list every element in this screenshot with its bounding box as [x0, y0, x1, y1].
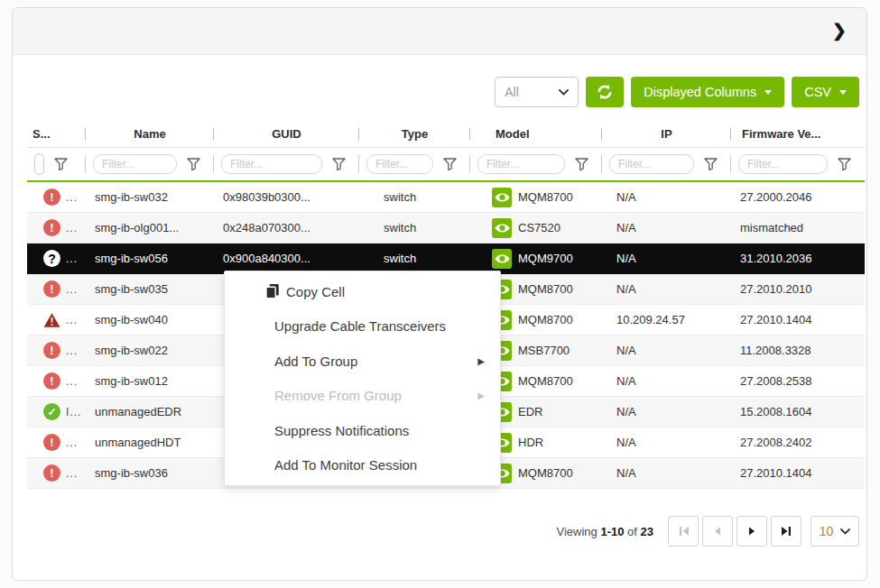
model-text: MQM8700	[518, 313, 573, 326]
csv-button[interactable]: CSV	[792, 77, 859, 107]
cell-ip: N/A	[602, 366, 731, 396]
severity-filter-value: All	[505, 85, 519, 99]
cell-type: switch	[359, 182, 470, 212]
viewing-range: 1-10	[600, 525, 624, 538]
table-row[interactable]: !...smg-ib-sw0320x98039b0300...switchMQM…	[27, 182, 865, 213]
column-header-type[interactable]: Type	[359, 121, 470, 147]
filter-input-guid[interactable]	[221, 154, 322, 174]
table-toolbar: All Displayed Columns CSV	[495, 77, 859, 107]
cell-ip: N/A	[602, 335, 731, 365]
previous-page-icon	[714, 527, 721, 536]
filter-cell-model	[470, 148, 602, 180]
menu-item-label: Remove From Group	[274, 388, 402, 403]
displayed-columns-button[interactable]: Displayed Columns	[631, 77, 784, 107]
table-row[interactable]: ?...smg-ib-sw0560x900a840300...switchMQM…	[27, 243, 865, 274]
panel-header: ❯	[13, 8, 866, 55]
first-page-button	[668, 516, 699, 547]
filter-cell-guid	[214, 148, 359, 180]
severity-filter-pill[interactable]	[34, 153, 44, 175]
menu-item-label: Add To Group	[274, 354, 357, 369]
cell-ip: N/A	[602, 427, 731, 457]
cell-ip: N/A	[602, 274, 731, 304]
model-text: MQM9700	[518, 252, 573, 265]
column-header-severity[interactable]: S...	[27, 121, 86, 147]
filter-funnel-icon[interactable]	[443, 158, 457, 170]
filter-funnel-icon[interactable]	[575, 158, 588, 170]
cell-firmware: 27.2000.2046	[731, 182, 865, 212]
filter-funnel-icon[interactable]	[704, 158, 718, 170]
nvidia-logo-icon	[492, 249, 512, 269]
cell-severity: !...	[27, 366, 86, 396]
severity-truncated-text: ...	[66, 345, 78, 357]
severity-warning-icon	[43, 311, 60, 328]
cell-name: unmanagedEDR	[86, 397, 214, 427]
context-menu-item-add-to-group[interactable]: Add To Group▶	[225, 344, 500, 379]
cell-name: smg-ib-sw022	[86, 335, 214, 365]
filter-funnel-icon[interactable]	[54, 158, 68, 170]
severity-error-icon: !	[43, 188, 60, 206]
severity-truncated-text: I...	[66, 406, 81, 418]
cell-ip: N/A	[602, 458, 731, 488]
context-menu-item-add-to-monitor-session[interactable]: Add To Monitor Session	[225, 448, 500, 483]
severity-filter-select[interactable]: All	[495, 77, 579, 107]
caret-down-icon	[764, 90, 772, 98]
last-page-button[interactable]	[771, 516, 801, 547]
cell-name: smg-ib-sw012	[86, 366, 214, 396]
menu-item-label: Copy Cell	[286, 284, 345, 299]
cell-ip: N/A	[602, 397, 731, 427]
model-text: MQM8700	[518, 466, 573, 480]
cell-firmware: 27.2010.2010	[731, 274, 865, 304]
cell-severity: ✓I...	[27, 397, 86, 427]
column-header-model[interactable]: Model	[470, 121, 602, 147]
severity-truncated-text: ...	[66, 222, 78, 234]
model-text: MQM8700	[518, 374, 573, 388]
filter-funnel-icon[interactable]	[838, 158, 851, 170]
filter-input-model[interactable]	[477, 154, 565, 174]
context-menu: Copy CellUpgrade Cable TransceiversAdd T…	[224, 271, 501, 486]
menu-item-label: Upgrade Cable Transceivers	[274, 318, 446, 334]
filter-input-ip[interactable]	[609, 154, 694, 174]
severity-truncated-text: ...	[66, 436, 78, 449]
viewing-total: 23	[641, 525, 653, 538]
filter-funnel-icon[interactable]	[332, 158, 346, 170]
severity-truncated-text: ...	[66, 375, 78, 388]
filter-cell-type	[359, 148, 470, 180]
severity-truncated-text: ...	[66, 283, 78, 296]
chevron-down-icon	[559, 89, 569, 96]
csv-label: CSV	[804, 85, 831, 99]
table-header-row: S...NameGUIDTypeModelIPFirmware Ve...	[27, 121, 865, 148]
column-header-guid[interactable]: GUID	[214, 121, 359, 147]
context-menu-item-copy-cell[interactable]: Copy Cell	[225, 274, 500, 309]
caret-down-icon	[839, 90, 847, 98]
cell-severity: !...	[27, 427, 86, 457]
collapse-panel-chevron-icon[interactable]: ❯	[832, 19, 847, 43]
filter-funnel-icon[interactable]	[187, 158, 200, 170]
severity-ok-icon: ✓	[43, 403, 60, 420]
model-text: HDR	[518, 436, 543, 449]
filter-input-firmware[interactable]	[738, 154, 828, 174]
cell-firmware: 11.2008.3328	[731, 335, 865, 365]
page-size-select[interactable]: 10	[811, 516, 859, 547]
model-text: CS7520	[518, 221, 560, 234]
context-menu-item-upgrade-cable-transceivers[interactable]: Upgrade Cable Transceivers	[225, 309, 500, 345]
cell-firmware: 27.2010.1404	[731, 305, 865, 335]
nvidia-logo-icon	[492, 218, 512, 238]
column-header-ip[interactable]: IP	[602, 121, 731, 147]
column-header-name[interactable]: Name	[86, 121, 214, 147]
column-header-firmware[interactable]: Firmware Ve...	[731, 121, 865, 147]
filter-input-name[interactable]	[93, 154, 177, 174]
menu-item-label: Suppress Notifications	[274, 423, 409, 438]
cell-type: switch	[359, 243, 470, 273]
filter-input-type[interactable]	[366, 154, 433, 174]
refresh-button[interactable]	[586, 77, 624, 107]
severity-truncated-text: ...	[66, 253, 78, 265]
context-menu-item-suppress-notifications[interactable]: Suppress Notifications	[225, 413, 500, 448]
table-row[interactable]: !...smg-ib-olg001...0x248a070300...switc…	[27, 213, 865, 243]
next-page-icon	[748, 527, 755, 536]
cell-guid: 0x248a070300...	[214, 213, 359, 243]
cell-severity: !...	[27, 274, 86, 304]
cell-severity: !...	[27, 182, 86, 212]
severity-truncated-text: ...	[66, 467, 78, 480]
next-page-button[interactable]	[736, 516, 767, 547]
severity-question-icon: ?	[43, 250, 60, 267]
